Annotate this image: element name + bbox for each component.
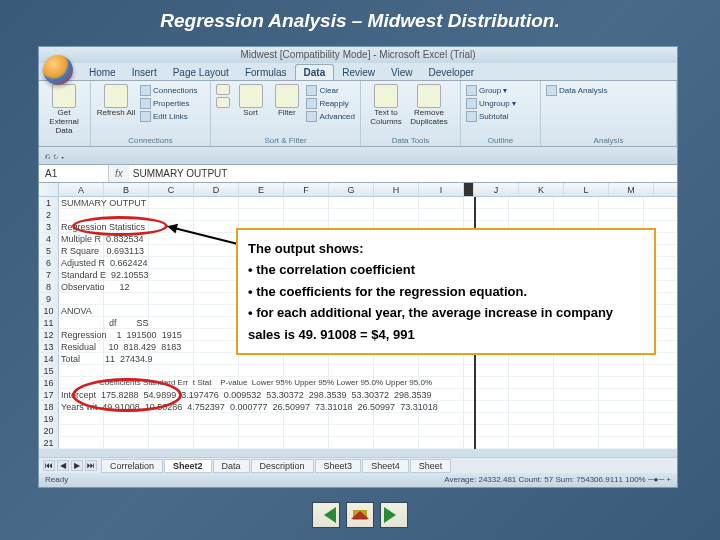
row-12[interactable]: 12 [39,329,59,341]
office-button[interactable] [43,55,73,85]
col-E[interactable]: E [239,183,284,196]
formula-input[interactable]: SUMMARY OUTPUT [129,165,677,182]
row-6[interactable]: 6 [39,257,59,269]
advanced-button[interactable]: Advanced [306,110,355,123]
row-11[interactable]: 11 [39,317,59,329]
reapply-button[interactable]: Reapply [306,97,355,110]
formula-bar: A1 fx SUMMARY OUTPUT [39,165,677,183]
col-H[interactable]: H [374,183,419,196]
callout-bullet-1: • the correlation coefficient [248,259,644,280]
status-bar: Ready Average: 24332.481 Count: 57 Sum: … [39,473,677,487]
callout-bullet-3: • for each additional year, the average … [248,302,644,345]
subtotal-button[interactable]: Subtotal [466,110,535,123]
col-I[interactable]: I [419,183,464,196]
col-C[interactable]: C [149,183,194,196]
sheet-sheet4[interactable]: Sheet4 [362,459,409,473]
row-1[interactable]: 1 [39,197,59,209]
text-to-columns-button[interactable]: Text to Columns [366,84,406,127]
status-aggregates: Average: 24332.481 Count: 57 Sum: 754306… [444,473,677,487]
filter-label: Filter [278,108,296,117]
tab-formulas[interactable]: Formulas [237,65,295,80]
tab-home[interactable]: Home [81,65,124,80]
cell-summary-output: SUMMARY OUTPUT [61,197,146,209]
home-icon [353,510,367,520]
col-J[interactable]: J [474,183,519,196]
row-8[interactable]: 8 [39,281,59,293]
sheet-tab-bar: ⏮◀▶⏭ Correlation Sheet2 Data Description… [39,457,677,473]
triangle-left-icon [316,507,336,523]
get-external-data-button[interactable]: Get External Data [44,84,84,135]
filter-button[interactable]: Filter [270,84,303,123]
remove-duplicates-button[interactable]: Remove Duplicates [409,84,449,127]
row-3[interactable]: 3 [39,221,59,233]
slide-title: Regression Analysis – Midwest Distributi… [0,0,720,38]
col-G[interactable]: G [329,183,374,196]
tab-page-layout[interactable]: Page Layout [165,65,237,80]
row-21[interactable]: 21 [39,437,59,449]
home-button[interactable] [346,502,374,528]
tab-review[interactable]: Review [334,65,383,80]
sort-az-button[interactable] [216,84,231,123]
tab-view[interactable]: View [383,65,421,80]
row-9[interactable]: 9 [39,293,59,305]
row-5[interactable]: 5 [39,245,59,257]
row-13[interactable]: 13 [39,341,59,353]
group-label-analysis: Analysis [546,136,671,145]
col-B[interactable]: B [104,183,149,196]
next-slide-button[interactable] [380,502,408,528]
col-K[interactable]: K [519,183,564,196]
row-14[interactable]: 14 [39,353,59,365]
clear-button[interactable]: Clear [306,84,355,97]
rd-label: Remove Duplicates [410,108,447,126]
col-A[interactable]: A [59,183,104,196]
sort-button[interactable]: Sort [234,84,267,123]
sort-label: Sort [243,108,258,117]
row-7[interactable]: 7 [39,269,59,281]
name-box[interactable]: A1 [39,165,109,182]
sheet-sheet2[interactable]: Sheet2 [164,459,212,473]
row-16[interactable]: 16 [39,377,59,389]
group-button[interactable]: Group ▾ [466,84,535,97]
prev-slide-button[interactable] [312,502,340,528]
tab-insert[interactable]: Insert [124,65,165,80]
data-analysis-button[interactable]: Data Analysis [546,84,671,97]
row-10[interactable]: 10 [39,305,59,317]
row-19[interactable]: 19 [39,413,59,425]
row-18[interactable]: 18 [39,401,59,413]
sheet-sheet[interactable]: Sheet [410,459,452,473]
col-D[interactable]: D [194,183,239,196]
sheet-correlation[interactable]: Correlation [101,459,163,473]
triangle-right-icon [384,507,404,523]
callout-box: The output shows: • the correlation coef… [236,228,656,355]
annotation-circle-coefficients [72,378,182,412]
tab-developer[interactable]: Developer [421,65,483,80]
col-M[interactable]: M [609,183,654,196]
row-17[interactable]: 17 [39,389,59,401]
refresh-all-button[interactable]: Refresh All [96,84,136,123]
row-4[interactable]: 4 [39,233,59,245]
sheet-description[interactable]: Description [251,459,314,473]
callout-bullet-2: • the coefficients for the regression eq… [248,281,644,302]
ribbon: Get External Data Get External Data Refr… [39,81,677,147]
row-15[interactable]: 15 [39,365,59,377]
connections-button[interactable]: Connections [140,84,197,97]
row-20[interactable]: 20 [39,425,59,437]
group-label-outline: Outline [466,136,535,145]
ungroup-button[interactable]: Ungroup ▾ [466,97,535,110]
properties-button[interactable]: Properties [140,97,197,110]
row-2[interactable]: 2 [39,209,59,221]
quick-access-toolbar[interactable]: ⎌ ↻ ▾ [39,147,677,165]
group-label-connections: Connections [96,136,205,145]
edit-links-button[interactable]: Edit Links [140,110,197,123]
sheet-data[interactable]: Data [213,459,250,473]
group-label-datatools: Data Tools [366,136,455,145]
sheet-sheet3[interactable]: Sheet3 [315,459,362,473]
tab-data[interactable]: Data [295,64,335,80]
get-external-label: Get External Data [49,108,78,135]
group-label-sortfilter: Sort & Filter [216,136,355,145]
sheet-nav[interactable]: ⏮◀▶⏭ [39,460,101,471]
col-F[interactable]: F [284,183,329,196]
col-L[interactable]: L [564,183,609,196]
ribbon-tabstrip: Home Insert Page Layout Formulas Data Re… [39,63,677,81]
fx-icon[interactable]: fx [109,168,129,179]
